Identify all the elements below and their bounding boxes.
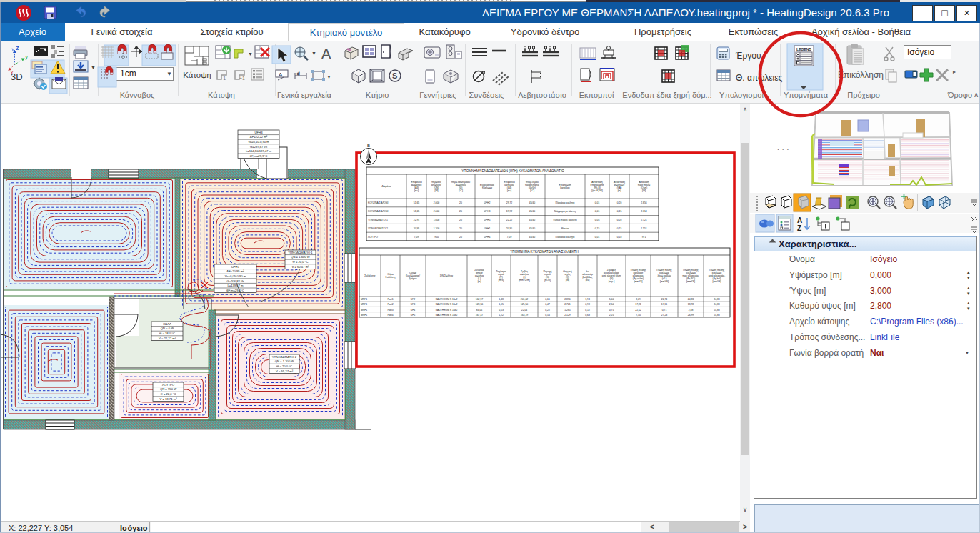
svg-text:ΥΠΝΟΔΩΜΑΤΙΟ 1: ΥΠΝΟΔΩΜΑΤΙΟ 1 [288,251,313,254]
svg-text:[m²]: [m²] [507,189,511,192]
svg-text:V = 60,47 m³: V = 60,47 m³ [291,265,309,269]
svg-text:0,01: 0,01 [595,236,600,239]
svg-text:...: ... [777,144,791,151]
svg-text:1.200: 1.200 [434,227,440,230]
svg-text:[mmYS]: [mmYS] [660,280,669,283]
svg-text:[mmYS]: [mmYS] [712,280,721,283]
svg-text:Μοκέτα: Μοκέτα [561,227,569,230]
svg-text:0,12: 0,12 [585,309,590,312]
svg-text:5,00: 5,00 [609,298,614,301]
svg-text:0,71: 0,71 [662,309,667,312]
svg-text:Θ = 20,0 °C: Θ = 20,0 °C [292,260,308,264]
svg-text:1,48: 1,48 [499,298,504,301]
svg-text:0,20: 0,20 [617,201,622,204]
svg-text:22,74: 22,74 [661,298,668,301]
svg-text:0,20: 0,20 [617,219,622,221]
svg-text:51,65: 51,65 [414,210,420,213]
svg-text:1.551: 1.551 [641,227,647,230]
svg-text:UF3: UF3 [411,303,416,306]
svg-text:45/40: 45/40 [529,227,536,230]
svg-text:θF,m=29,9°C: θF,m=29,9°C [250,154,267,158]
svg-text:MNF1: MNF1 [361,298,367,301]
svg-text:[m]: [m] [618,189,621,192]
svg-text:125,50: 125,50 [521,303,528,306]
svg-text:Πλακάκια κολλητό: Πλακάκια κολλητό [556,201,575,204]
svg-text:θF,m=29,1°C: θF,m=29,1°C [226,289,244,292]
svg-text:7,09: 7,09 [414,236,419,239]
svg-text:ΥΠΟΜΝΗΜΑ ΕΝΔΟΔΑΠΕΔΙΩΝ (UFH) ΚΥ: ΥΠΟΜΝΗΜΑ ΕΝΔΟΔΑΠΕΔΙΩΝ (UFH) ΚΥΚΛΩΜΑΤΩΝ Α… [461,169,564,173]
svg-text:[m/s]: [m/s] [499,279,504,282]
svg-text:UFH3: UFH3 [255,131,264,134]
svg-text:ΥΠΝΟΔΩΜΑΤΙΟ 2: ΥΠΝΟΔΩΜΑΤΙΟ 2 [368,227,388,230]
svg-text:950: 950 [434,236,439,239]
svg-text:20,95: 20,95 [414,227,420,230]
svg-text:[W]: [W] [566,279,569,282]
svg-text:84,06: 84,06 [476,309,483,312]
svg-text:19,92: 19,92 [506,210,513,213]
svg-text:G=206,82 l/h: G=206,82 l/h [226,279,244,283]
svg-text:Port2: Port2 [387,303,393,306]
svg-text:0,61: 0,61 [545,298,550,301]
svg-text:Μάρμαρα με λάσπη: Μάρμαρα με λάσπη [554,210,576,213]
svg-text:7,09: 7,09 [507,236,512,239]
svg-text:[mmYS]: [mmYS] [634,280,642,283]
svg-text:20: 20 [459,210,462,213]
svg-text:0,01: 0,01 [595,201,600,204]
svg-text:0,98: 0,98 [585,303,590,306]
svg-text:Θ = 20,0 °C: Θ = 20,0 °C [276,364,292,368]
svg-text:Συλλέκτης: Συλλέκτης [364,274,376,277]
svg-text:45/40: 45/40 [529,210,536,213]
svg-text:G=297,67 l/h: G=297,67 l/h [250,145,268,149]
svg-text:QN = 950 W: QN = 950 W [160,387,176,391]
svg-text:24,83: 24,83 [714,309,720,312]
svg-text:[m²]: [m²] [414,189,419,192]
svg-text:27,23: 27,23 [661,314,668,317]
svg-text:22,12: 22,12 [635,309,641,312]
svg-text:MNF1: MNF1 [361,303,367,306]
svg-text:[W]: [W] [434,189,438,192]
svg-text:RAUTHERM S 16x2: RAUTHERM S 16x2 [436,298,458,301]
svg-text:ΚΟΥΖΙΝΑ-ΣΑΛΟΝΙ: ΚΟΥΖΙΝΑ-ΣΑΛΟΝΙ [368,201,388,204]
svg-text:18,72: 18,72 [688,303,694,306]
svg-text:UFH2: UFH2 [484,201,491,204]
svg-text:ΥΠΝΟΔΩΜΑΤΙΟ 1: ΥΠΝΟΔΩΜΑΤΙΟ 1 [368,219,388,221]
svg-text:[°C]: [°C] [530,189,534,192]
svg-text:UFH1: UFH1 [231,265,240,269]
svg-text:ΛΟΥΤΡΟ: ΛΟΥΤΡΟ [368,236,378,239]
svg-text:1,22: 1,22 [499,314,504,317]
svg-text:A: A [797,216,802,224]
svg-text:2,88: 2,88 [689,309,694,312]
svg-text:2,50: 2,50 [609,303,614,306]
svg-text:Port1: Port1 [387,298,393,301]
svg-text:0,47: 0,47 [545,303,550,306]
svg-text:2.314: 2.314 [641,210,647,213]
svg-text:UF4: UF4 [411,309,416,312]
svg-text:2.000: 2.000 [434,201,440,204]
svg-text:DN Σωλήνα: DN Σωλήνα [440,274,453,277]
svg-text:20,95: 20,95 [506,227,513,230]
svg-text:1.265: 1.265 [564,309,571,312]
svg-text:0,05: 0,05 [595,219,600,221]
svg-text:2.856: 2.856 [641,201,647,204]
svg-text:L=164,80/197,47 m: L=164,80/197,47 m [246,149,272,153]
svg-text:Συλλέκτη: Συλλέκτη [386,276,396,279]
svg-text:163,19: 163,19 [521,314,528,317]
svg-text:UFH5: UFH5 [484,219,491,221]
svg-text:V = 22,22 m³: V = 22,22 m³ [159,337,176,340]
svg-text:22,04: 22,04 [521,309,528,312]
svg-text:128,56: 128,56 [476,303,483,306]
svg-text:Va=0,10-0,90 m: Va=0,10-0,90 m [248,140,269,144]
svg-text:0,63: 0,63 [585,314,590,317]
svg-text:Δωμάτιο: Δωμάτιο [382,185,391,188]
svg-text:QN = 1.200 W: QN = 1.200 W [275,359,294,363]
svg-text:2,09: 2,09 [636,298,641,301]
svg-text:20: 20 [459,201,462,204]
svg-text:UF2: UF2 [411,298,416,301]
svg-text:[(m² K)/W]: [(m² K)/W] [591,189,602,192]
svg-text:51,65: 51,65 [414,201,420,204]
svg-text:[mmΥΣ/m]: [mmΥΣ/m] [519,279,530,282]
svg-text:45/40: 45/40 [529,219,536,221]
svg-text:22,91: 22,91 [414,219,420,221]
svg-text:2.721: 2.721 [564,303,571,306]
svg-text:1.600: 1.600 [434,219,440,221]
